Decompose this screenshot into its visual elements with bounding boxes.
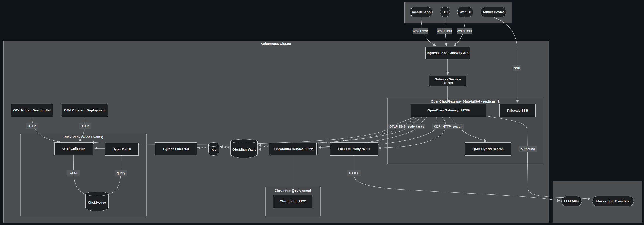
node-tailscale-ssh: Tailscale SSH: [499, 104, 536, 117]
node-qmd-hybrid-search: QMD Hybrid Search: [465, 142, 512, 156]
edge-label-dns: DNS: [398, 124, 407, 129]
edge-label-ws-http-2: WS / HTTP: [437, 28, 452, 34]
clickhouse-label: ClickHouse: [85, 201, 108, 204]
node-ingress: Ingress / K8s Gateway API: [426, 46, 470, 59]
edge-gateway-vault-state: [258, 117, 422, 145]
statefulset-title: OpenClaw Gateway StatefulSet · replicas:…: [388, 99, 543, 103]
node-obsidian-vault: Obsidian Vault: [230, 139, 258, 158]
edge-label-query: query: [114, 170, 128, 176]
node-openclaw-gateway: OpenClaw Gateway :18789: [411, 104, 486, 117]
edge-label-outbound: outbound: [519, 146, 537, 152]
node-chromium-service: Chromium Service :9222: [269, 143, 318, 155]
edge-label-tasks: tasks: [415, 124, 426, 129]
edge-label-otlp-cluster: OTLP: [79, 123, 91, 129]
edge-label-ws-http-1: WS / HTTP: [413, 28, 428, 34]
vault-cylinder-top: [230, 139, 258, 143]
edge-label-search: search: [451, 124, 464, 129]
kubernetes-cluster-title: Kubernetes Cluster: [243, 42, 309, 45]
node-egress-filter: Egress Filter :53: [155, 142, 197, 156]
edge-label-https: HTTPS: [348, 170, 361, 176]
node-llm-apis: LLM APIs: [561, 196, 582, 207]
node-gateway-service: Gateway Service :18789: [429, 76, 466, 86]
node-tailnet-device: Tailnet Device: [481, 7, 506, 17]
clickstack-title: ClickStack (Wide Events): [20, 135, 146, 139]
edge-tailnet-tailscale: [494, 17, 517, 103]
vault-label: Obsidian Vault: [230, 148, 258, 151]
chromium-deployment-title: Chromium Deployment: [266, 189, 320, 192]
edge-label-ws-http-3: WS / HTTP: [457, 28, 472, 34]
clickhouse-cylinder-top: [85, 192, 108, 196]
edge-litellm-llmapis-https: [354, 156, 560, 201]
node-otel-node-daemonset: OTel Node · DaemonSet: [11, 104, 53, 117]
node-chromium: Chromium :9222: [273, 195, 312, 208]
edge-label-otlp-gateway: OTLP: [388, 124, 399, 129]
node-macos-app: macOS App: [410, 7, 432, 17]
node-messaging-providers: Messaging Providers: [592, 196, 634, 207]
node-otel-cluster-deployment: OTel Cluster · Deployment: [62, 104, 108, 117]
pvc-cylinder-top: [208, 142, 219, 147]
node-otel-collector: OTel Collector: [54, 142, 93, 155]
node-litellm-proxy: LiteLLM Proxy :4000: [330, 142, 378, 156]
edge-label-cdp: CDP: [432, 124, 442, 129]
node-web-ui: Web UI: [457, 7, 473, 17]
node-pvc: PVC: [208, 142, 219, 156]
edge-label-ssh: SSH: [512, 65, 522, 71]
pvc-label: PVC: [208, 148, 219, 151]
node-cli: CLI: [440, 7, 450, 17]
edge-gateway-messaging-outbound: [486, 116, 590, 199]
edge-label-otlp-node: OTLP: [26, 123, 38, 129]
edge-label-http: HTTP: [442, 124, 452, 129]
node-clickhouse: ClickHouse: [85, 192, 108, 211]
node-hyperdx-ui: HyperDX UI: [105, 143, 138, 156]
edge-label-write: write: [67, 170, 80, 176]
